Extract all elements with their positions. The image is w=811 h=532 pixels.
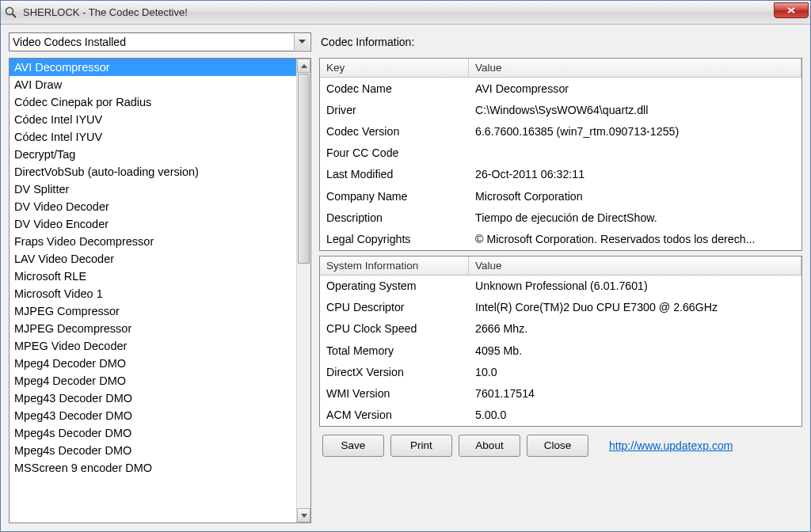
list-item[interactable]: LAV Video Decoder (10, 250, 296, 268)
cell-key: Codec Version (320, 125, 469, 138)
cell-value: C:\Windows\SysWOW64\quartz.dll (469, 104, 801, 116)
list-item[interactable]: Fraps Video Decompressor (10, 233, 296, 250)
table-row[interactable]: DirectX Version10.0 (320, 361, 801, 382)
list-item[interactable]: MSScreen 9 encoder DMO (10, 459, 296, 477)
list-item[interactable]: Códec Cinepak por Radius (10, 93, 296, 111)
cell-value: 2666 Mhz. (469, 322, 801, 335)
content-area: Video Codecs Installed AVI DecompressorA… (1, 25, 810, 531)
system-info-header: System Information Value (320, 256, 801, 276)
cell-key: CPU Clock Speed (320, 322, 469, 335)
website-link[interactable]: http://www.updatexp.com (609, 439, 733, 452)
list-item[interactable]: Mpeg43 Decoder DMO (10, 390, 296, 407)
list-item[interactable]: Mpeg43 Decoder DMO (10, 407, 296, 424)
list-item[interactable]: Microsoft Video 1 (10, 285, 296, 302)
chevron-down-icon (294, 34, 310, 50)
cell-key: Operating System (320, 279, 469, 292)
list-item[interactable]: DV Splitter (10, 180, 296, 198)
list-item[interactable]: DV Video Encoder (10, 215, 296, 233)
print-button[interactable]: Print (390, 435, 452, 457)
listbox-scrollbar[interactable] (296, 59, 310, 522)
cell-key: Company Name (320, 190, 469, 203)
svg-line-1 (13, 13, 17, 17)
close-window-button[interactable] (774, 2, 809, 18)
close-button[interactable]: Close (527, 435, 588, 457)
table-row[interactable]: Codec Version6.6.7600.16385 (win7_rtm.09… (320, 120, 801, 142)
cell-key: Last Modified (320, 168, 469, 180)
list-item[interactable]: DV Video Decoder (10, 198, 296, 215)
list-item[interactable]: Microsoft RLE (10, 268, 296, 285)
cell-value: 10.0 (469, 366, 801, 378)
header-sysinfo[interactable]: System Information (320, 256, 469, 275)
codec-info-grid: Key Value Codec NameAVI DecompressorDriv… (319, 58, 802, 251)
system-info-grid: System Information Value Operating Syste… (319, 256, 802, 427)
list-item[interactable]: AVI Decompressor (10, 59, 296, 76)
list-item[interactable]: Códec Intel IYUV (10, 111, 296, 128)
cell-value: Unknown Professional (6.01.7601) (469, 279, 801, 292)
table-row[interactable]: Codec NameAVI Decompressor (320, 78, 801, 99)
list-item[interactable]: DirectVobSub (auto-loading version) (10, 163, 296, 180)
table-row[interactable]: Last Modified26-Oct-2011 06:32:11 (320, 164, 801, 185)
section-label: Codec Information: (319, 32, 802, 51)
codec-listbox-wrap: AVI DecompressorAVI DrawCódec Cinepak po… (9, 58, 311, 523)
table-row[interactable]: Four CC Code (320, 142, 801, 164)
category-dropdown[interactable]: Video Codecs Installed (9, 32, 311, 51)
svg-point-0 (6, 7, 13, 14)
left-panel: Video Codecs Installed AVI DecompressorA… (9, 32, 311, 523)
button-row: Save Print About Close http://www.update… (319, 435, 802, 457)
table-row[interactable]: Operating SystemUnknown Professional (6.… (320, 276, 801, 297)
codec-listbox[interactable]: AVI DecompressorAVI DrawCódec Cinepak po… (10, 59, 296, 522)
cell-value: 5.00.0 (469, 408, 801, 421)
header-sysval[interactable]: Value (469, 256, 801, 275)
table-row[interactable]: DescriptionTiempo de ejecución de Direct… (320, 207, 801, 228)
scroll-down-button[interactable] (297, 508, 310, 522)
table-row[interactable]: Legal Copyrights© Microsoft Corporation.… (320, 228, 801, 249)
app-icon (4, 6, 18, 20)
list-item[interactable]: Mpeg4 Decoder DMO (10, 355, 296, 372)
list-item[interactable]: MPEG Video Decoder (10, 337, 296, 355)
cell-key: Four CC Code (320, 146, 469, 159)
right-panel: Codec Information: Key Value Codec NameA… (319, 32, 802, 523)
list-item[interactable]: Códec Intel IYUV (10, 128, 296, 146)
header-key[interactable]: Key (320, 59, 469, 77)
cell-key: DirectX Version (320, 366, 469, 378)
save-button[interactable]: Save (322, 435, 384, 457)
table-row[interactable]: ACM Version5.00.0 (320, 405, 801, 426)
window-title: SHERLOCK - The Codec Detective! (23, 6, 188, 18)
table-row[interactable]: CPU DescriptorIntel(R) Core(TM)2 Duo CPU… (320, 297, 801, 318)
scroll-thumb[interactable] (298, 74, 310, 264)
list-item[interactable]: AVI Draw (10, 76, 296, 93)
cell-value: © Microsoft Corporation. Reservados todo… (469, 233, 801, 245)
cell-value: Tiempo de ejecución de DirectShow. (469, 211, 801, 224)
cell-key: Driver (320, 104, 469, 116)
table-row[interactable]: WMI Version7601.17514 (320, 382, 801, 404)
table-row[interactable]: DriverC:\Windows\SysWOW64\quartz.dll (320, 99, 801, 120)
cell-key: Legal Copyrights (320, 233, 469, 245)
dropdown-value: Video Codecs Installed (13, 36, 126, 48)
list-item[interactable]: MJPEG Compressor (10, 302, 296, 320)
cell-key: Description (320, 211, 469, 224)
cell-key: Codec Name (320, 82, 469, 95)
cell-value: 6.6.7600.16385 (win7_rtm.090713-1255) (469, 125, 801, 138)
cell-value: 4095 Mb. (469, 344, 801, 357)
cell-value: 7601.17514 (469, 387, 801, 400)
list-item[interactable]: Mpeg4s Decoder DMO (10, 424, 296, 442)
list-item[interactable]: Decrypt/Tag (10, 146, 296, 163)
cell-key: CPU Descriptor (320, 301, 469, 314)
cell-key: Total Memory (320, 344, 469, 357)
table-row[interactable]: Total Memory4095 Mb. (320, 340, 801, 361)
table-row[interactable]: Company NameMicrosoft Corporation (320, 185, 801, 207)
list-item[interactable]: Mpeg4s Decoder DMO (10, 442, 296, 459)
cell-value: AVI Decompressor (469, 82, 801, 95)
about-button[interactable]: About (459, 435, 520, 457)
list-item[interactable]: Mpeg4 Decoder DMO (10, 372, 296, 390)
codec-info-header: Key Value (320, 59, 801, 78)
cell-key: WMI Version (320, 387, 469, 400)
table-row[interactable]: CPU Clock Speed2666 Mhz. (320, 318, 801, 340)
cell-value: 26-Oct-2011 06:32:11 (469, 168, 801, 180)
cell-key: ACM Version (320, 408, 469, 421)
cell-value: Microsoft Corporation (469, 190, 801, 203)
scroll-up-button[interactable] (297, 59, 310, 73)
list-item[interactable]: MJPEG Decompressor (10, 320, 296, 337)
titlebar: SHERLOCK - The Codec Detective! (1, 1, 810, 25)
header-value[interactable]: Value (469, 59, 801, 77)
